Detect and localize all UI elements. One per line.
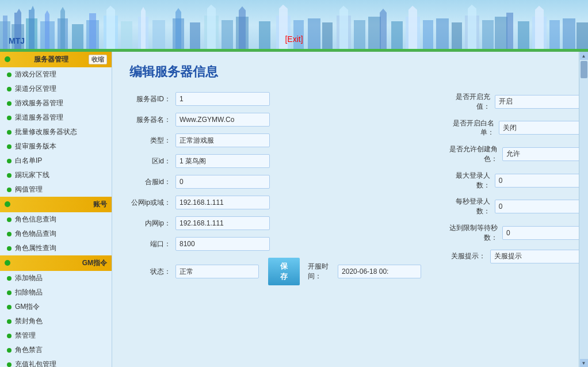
item-dot [7, 188, 12, 192]
whitelist-input[interactable] [499, 121, 579, 135]
svg-rect-61 [495, 17, 507, 50]
scroll-down-arrow[interactable]: ▼ [580, 359, 588, 367]
public-ip-label: 公网ip或域： [129, 198, 175, 208]
sidebar-item-add-item[interactable]: 添加物品 [0, 271, 112, 285]
per-sec-login-label: 每秒登录人数： [444, 197, 495, 216]
allow-create-role-row: 是否允许创建角色： [444, 144, 579, 164]
sidebar-section-account[interactable]: 账号 [0, 197, 112, 212]
svg-rect-55 [436, 18, 449, 50]
per-sec-login-input[interactable] [495, 200, 579, 213]
content-area: 编辑服务器信息 服务器ID： 服务器名： 类型： 区id： [112, 52, 579, 367]
close-notice-label: 关服提示： [444, 251, 490, 261]
sidebar: 服务器管理 收缩 游戏分区管理 渠道分区管理 游戏服务器管理 渠道服务器管理 [0, 52, 112, 367]
svg-rect-12 [60, 11, 65, 50]
max-login-input[interactable] [495, 174, 579, 188]
internal-ip-input[interactable] [175, 216, 270, 230]
allow-create-role-input[interactable] [502, 147, 579, 161]
svg-rect-52 [408, 10, 417, 50]
item-dot [7, 246, 12, 251]
sidebar-item-gm-command[interactable]: GM指令 [0, 300, 112, 314]
sidebar-item-role-info[interactable]: 角色信息查询 [0, 212, 112, 227]
type-input[interactable] [175, 133, 270, 147]
sidebar-item-mute-role[interactable]: 角色禁言 [0, 343, 112, 357]
server-name-input[interactable] [175, 113, 270, 127]
status-input[interactable] [175, 265, 259, 278]
limit-wait-row: 达到限制等待秒数： [444, 223, 579, 243]
item-dot [7, 130, 12, 135]
port-input[interactable] [175, 237, 270, 251]
scroll-up-arrow[interactable]: ▲ [580, 52, 588, 60]
sidebar-item-review[interactable]: 提审服务版本 [0, 139, 112, 154]
sidebar-item-ban-mgmt[interactable]: 禁管理 [0, 328, 112, 343]
status-label: 状态： [129, 267, 175, 277]
svg-rect-46 [354, 20, 365, 50]
sidebar-item-remove-item[interactable]: 扣除物品 [0, 285, 112, 300]
item-dot [7, 348, 12, 353]
svg-rect-62 [506, 13, 513, 50]
svg-rect-65 [535, 10, 544, 50]
sidebar-section-account-items: 角色信息查询 角色物品查询 角色属性查询 [0, 212, 112, 255]
sidebar-section-server-mgmt-items: 游戏分区管理 渠道分区管理 游戏服务器管理 渠道服务器管理 批量修改服务器状态 … [0, 67, 112, 197]
svg-rect-14 [72, 24, 83, 50]
item-dot [7, 305, 12, 309]
item-dot [7, 362, 12, 367]
open-time-input[interactable] [338, 265, 421, 278]
max-login-label: 最大登录人数： [444, 171, 495, 190]
svg-rect-9 [45, 14, 49, 50]
sidebar-item-whitelist-ip[interactable]: 白名单IP [0, 154, 112, 168]
exit-button[interactable]: [Exit] [284, 34, 303, 44]
svg-rect-70 [0, 49, 588, 50]
svg-rect-44 [339, 10, 348, 50]
sidebar-item-game-server[interactable]: 游戏服务器管理 [0, 96, 112, 110]
sidebar-item-game-zone[interactable]: 游戏分区管理 [0, 67, 112, 82]
merge-id-input[interactable] [175, 175, 270, 189]
svg-rect-50 [391, 21, 403, 50]
public-ip-input[interactable] [175, 196, 270, 209]
sidebar-item-role-attrs[interactable]: 角色属性查询 [0, 241, 112, 255]
max-login-row: 最大登录人数： [444, 171, 579, 190]
server-name-row: 服务器名： [129, 113, 421, 127]
recharge-input[interactable] [495, 95, 579, 109]
item-dot [7, 232, 12, 236]
sidebar-item-channel-server[interactable]: 渠道服务器管理 [0, 110, 112, 125]
svg-marker-7 [31, 6, 35, 10]
sidebar-section-gm-items: 添加物品 扣除物品 GM指令 禁封角色 禁管理 角色禁言 [0, 271, 112, 367]
sidebar-section-account-label: 账号 [93, 200, 107, 209]
sidebar-item-batch-status[interactable]: 批量修改服务器状态 [0, 125, 112, 139]
recharge-row: 是否开启充值： [444, 92, 579, 112]
internal-ip-row: 内网ip： [129, 216, 421, 230]
svg-marker-4 [17, 9, 21, 13]
recharge-label: 是否开启充值： [444, 92, 495, 112]
sidebar-item-kick-player[interactable]: 踢玩家下线 [0, 168, 112, 182]
form-left-column: 服务器ID： 服务器名： 类型： 区id： 合服id： [129, 92, 421, 292]
scroll-thumb[interactable] [581, 61, 587, 78]
server-id-input[interactable] [175, 92, 270, 106]
svg-rect-32 [222, 20, 233, 50]
svg-rect-68 [563, 18, 575, 50]
svg-rect-1 [3, 16, 7, 50]
svg-rect-26 [175, 12, 181, 50]
svg-marker-35 [239, 6, 246, 10]
sidebar-item-role-items[interactable]: 角色物品查询 [0, 227, 112, 241]
svg-marker-31 [207, 5, 216, 9]
merge-id-label: 合服id： [129, 177, 175, 187]
zone-id-input[interactable] [175, 154, 270, 168]
sidebar-item-recharge-package[interactable]: 充值礼包管理 [0, 357, 112, 367]
svg-marker-39 [279, 5, 288, 9]
sidebar-item-channel-zone[interactable]: 渠道分区管理 [0, 82, 112, 96]
item-dot [7, 334, 12, 338]
sidebar-item-threshold[interactable]: 阀值管理 [0, 182, 112, 197]
svg-rect-22 [141, 11, 146, 50]
sidebar-item-ban-role[interactable]: 禁封角色 [0, 314, 112, 328]
svg-rect-30 [207, 9, 216, 50]
save-button[interactable]: 保存 [268, 258, 300, 285]
limit-wait-input[interactable] [502, 226, 579, 240]
sidebar-section-gm-label: GM指令 [82, 258, 107, 268]
sidebar-section-gm[interactable]: GM指令 [0, 255, 112, 271]
item-dot [7, 319, 12, 324]
svg-rect-24 [152, 20, 165, 50]
sidebar-section-server-mgmt[interactable]: 服务器管理 收缩 [0, 52, 112, 67]
collapse-button[interactable]: 收缩 [89, 55, 107, 64]
close-notice-input[interactable] [490, 250, 579, 263]
svg-rect-54 [423, 20, 433, 50]
